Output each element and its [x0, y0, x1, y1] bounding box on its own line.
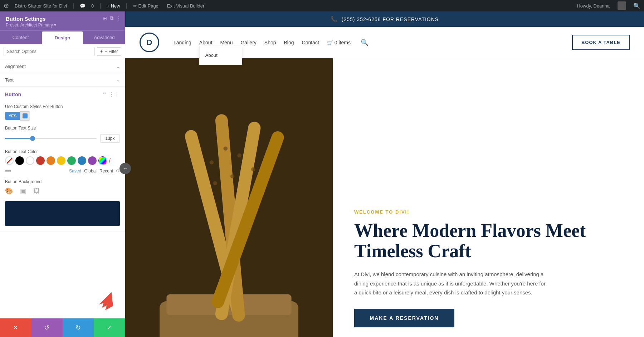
button-text-color-option: Button Text Color /: [0, 146, 125, 176]
size-range-track[interactable]: [5, 138, 97, 139]
search-icon[interactable]: 🔍: [633, 3, 640, 9]
close-icon: ✕: [13, 324, 18, 332]
drag-handle-icon: ↔: [123, 166, 128, 171]
color-swatch-orange[interactable]: [47, 156, 55, 165]
background-type-icons: 🎨 ▣ 🖼: [5, 187, 120, 195]
about-dropdown-about[interactable]: About: [200, 50, 242, 61]
toggle-yes-button[interactable]: YES: [5, 112, 20, 120]
close-button[interactable]: ✕: [0, 318, 31, 337]
nav-shop[interactable]: Shop: [264, 40, 276, 45]
button-label: Button: [5, 92, 21, 97]
nav-landing[interactable]: Landing: [174, 40, 191, 45]
tab-advanced[interactable]: Advanced: [84, 31, 125, 44]
undo-icon: ↺: [44, 324, 49, 332]
site-top-bar: 📞 (255) 352-6258 FOR RESERVATIONS: [125, 11, 644, 27]
filter-button[interactable]: + + Filter: [97, 47, 121, 56]
text-section[interactable]: Text ⌄: [0, 73, 125, 87]
toggle-slider[interactable]: [20, 111, 30, 121]
text-chevron-icon: ⌄: [116, 78, 120, 83]
color-swatch-custom[interactable]: [98, 156, 107, 165]
color-swatch-transparent[interactable]: [5, 156, 14, 165]
site-preview: 📞 (255) 352-6258 FOR RESERVATIONS D Land…: [125, 11, 644, 337]
nav-menu[interactable]: Menu: [220, 40, 233, 45]
nav-blog[interactable]: Blog: [284, 40, 294, 45]
make-reservation-button[interactable]: MAKE A RESERVATION: [354, 309, 454, 327]
nav-search-icon[interactable]: 🔍: [361, 39, 369, 47]
panel-more-icon[interactable]: ⋮: [116, 15, 121, 21]
phone-icon: 📞: [331, 16, 338, 23]
color-swatch-purple[interactable]: [88, 156, 97, 165]
button-text-size-label: Button Text Size: [5, 126, 120, 131]
alignment-label: Alignment: [5, 64, 26, 69]
new-button[interactable]: + New: [107, 3, 120, 9]
user-greeting: Howdy, Deanna: [577, 3, 610, 9]
book-table-button[interactable]: BOOK A TABLE: [572, 35, 630, 50]
color-swatch-blue[interactable]: [78, 156, 86, 165]
color-swatch-green[interactable]: [67, 156, 76, 165]
nav-cart[interactable]: 🛒 0 items: [327, 40, 351, 45]
user-avatar: [618, 1, 626, 10]
nav-about-container: About About: [199, 39, 213, 46]
tab-content[interactable]: Content: [0, 31, 41, 44]
panel-grid-icon[interactable]: ⊞: [103, 15, 107, 21]
svg-point-10: [237, 153, 241, 158]
drag-handle[interactable]: ↔: [119, 163, 131, 174]
color-swatch-white[interactable]: [26, 156, 34, 165]
about-dropdown: About: [199, 46, 242, 65]
comments-count: 0: [91, 3, 94, 9]
svg-point-8: [210, 160, 214, 165]
color-palette-actions: ••• Saved Global Recent ⚙: [5, 168, 120, 174]
nav-about[interactable]: About: [199, 40, 213, 45]
exit-visual-builder-button[interactable]: Exit Visual Builder: [167, 3, 205, 9]
button-chevron-up-icon: ⌃: [103, 92, 106, 97]
site-navigation: D Landing About About Menu Gallery Shop …: [125, 27, 644, 58]
undo-button[interactable]: ↺: [31, 318, 62, 337]
color-swatch-red[interactable]: [36, 156, 45, 165]
color-palette: /: [5, 156, 120, 165]
svg-point-13: [230, 174, 235, 179]
button-section-header[interactable]: Button ⌃ ⋮⋮: [0, 87, 125, 101]
recent-label[interactable]: Recent: [99, 168, 113, 174]
bg-image-icon[interactable]: 🖼: [33, 187, 40, 195]
site-name[interactable]: Bistro Starter Site for Divi: [15, 3, 67, 9]
tab-design[interactable]: Design: [42, 31, 83, 44]
save-button[interactable]: ✓: [94, 318, 125, 337]
custom-styles-label: Use Custom Styles For Button: [5, 104, 120, 109]
button-bg-label: Button Background: [5, 179, 120, 184]
redo-button[interactable]: ↻: [63, 318, 94, 337]
custom-styles-toggle[interactable]: YES: [5, 111, 120, 121]
hero-text-content: WELCOME TO DIVI! Where Modern Flavors Me…: [333, 58, 644, 337]
nav-contact[interactable]: Contact: [302, 40, 319, 45]
size-range-thumb[interactable]: [30, 136, 35, 141]
welcome-label: WELCOME TO DIVI!: [354, 209, 623, 215]
color-picker-icon[interactable]: /: [109, 157, 111, 165]
site-logo: D: [140, 33, 159, 52]
color-swatch-black[interactable]: [15, 156, 24, 165]
button-text-color-label: Button Text Color: [5, 149, 120, 154]
search-input[interactable]: [4, 47, 95, 56]
hero-title: Where Modern Flavors Meet Timeless Craft: [354, 220, 623, 261]
hero-image: [125, 58, 333, 337]
filter-plus-icon: +: [100, 49, 103, 54]
button-options-icon[interactable]: ⋮⋮: [108, 91, 120, 98]
bg-gradient-icon[interactable]: ▣: [20, 187, 26, 195]
edit-page-button[interactable]: ✏ Edit Page: [133, 3, 158, 9]
nav-gallery[interactable]: Gallery: [240, 40, 256, 45]
panel-window-icon[interactable]: ⧉: [110, 15, 113, 21]
color-action-buttons: Saved Global Recent ⚙: [69, 168, 120, 174]
preset-selector[interactable]: Preset: Architect Primary ▾: [6, 23, 119, 28]
color-swatch-yellow[interactable]: [57, 156, 65, 165]
cart-icon: 🛒: [327, 40, 333, 45]
panel-title: Button Settings: [6, 16, 119, 22]
custom-styles-option: Use Custom Styles For Button YES: [0, 101, 125, 123]
comments-icon: 💬: [80, 3, 86, 9]
bg-color-icon[interactable]: 🎨: [5, 187, 13, 195]
phone-number: (255) 352-6258 FOR RESERVATIONS: [342, 16, 439, 22]
more-colors-button[interactable]: •••: [5, 168, 11, 174]
food-photo: [125, 58, 333, 337]
size-input[interactable]: [100, 134, 120, 143]
global-label[interactable]: Global: [84, 168, 97, 174]
alignment-section[interactable]: Alignment ⌄: [0, 59, 125, 73]
logo-letter: D: [147, 38, 152, 47]
bottom-action-bar: ✕ ↺ ↻ ✓: [0, 318, 125, 337]
